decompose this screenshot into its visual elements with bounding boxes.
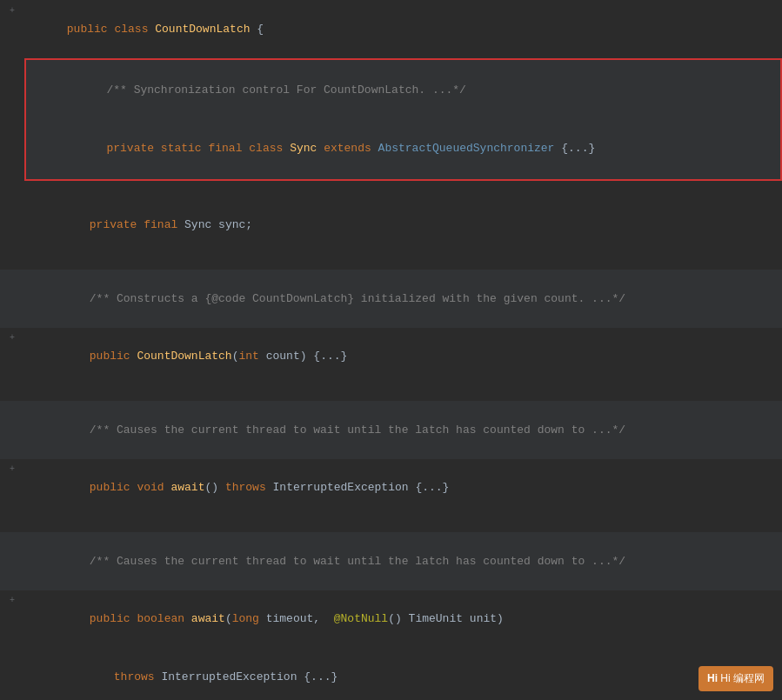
await2-sig-row: + public boolean await(long timeout, @No… (0, 590, 782, 649)
gutter-h2 (26, 119, 50, 177)
fold-icon-await2[interactable]: + (6, 595, 18, 607)
await1-comment-content: /** Causes the current thread to wait un… (24, 401, 782, 459)
await2-throws-content: throws InterruptedException {...} (24, 648, 782, 700)
gutter-field (0, 197, 24, 255)
code-container: + public class CountDownLatch { /** Sync… (0, 0, 782, 700)
await2-comment-row: /** Causes the current thread to wait un… (0, 532, 782, 590)
gutter-await1-c (0, 401, 24, 459)
gutter-await2-c (0, 532, 24, 590)
watermark: Hi Hi 编程网 (698, 666, 773, 691)
class-header-content: public class CountDownLatch { (24, 0, 782, 58)
constructor-sig-content: public CountDownLatch(int count) {...} (24, 328, 782, 386)
watermark-icon: Hi (707, 672, 718, 684)
spacing-3 (0, 385, 782, 401)
fold-icon-ctor[interactable]: + (6, 332, 18, 344)
spacing-4 (0, 517, 782, 532)
class-header-row: + public class CountDownLatch { (0, 0, 782, 58)
await1-sig-content: public void await() throws InterruptedEx… (24, 459, 782, 517)
await1-comment-row: /** Causes the current thread to wait un… (0, 401, 782, 459)
fold-icon-await1[interactable]: + (6, 463, 18, 476)
await2-sig-content: public boolean await(long timeout, @NotN… (24, 590, 782, 649)
spacing-1 (0, 181, 782, 197)
gutter-h1 (26, 62, 50, 120)
field-sync-content: private final Sync sync; (24, 197, 782, 255)
gutter-ctor: + (0, 328, 24, 386)
constructor-comment-content: /** Constructs a {@code CountDownLatch} … (24, 270, 782, 328)
gutter-await2: + (0, 590, 24, 649)
highlighted-sync-row: private static final class Sync extends … (26, 119, 780, 177)
gutter-await1: + (0, 459, 24, 517)
constructor-comment-row: /** Constructs a {@code CountDownLatch} … (0, 270, 782, 328)
highlighted-comment-row: /** Synchronization control For CountDow… (26, 62, 780, 120)
gutter-await2-t (0, 648, 24, 700)
highlighted-sync-content: private static final class Sync extends … (50, 119, 780, 177)
field-sync-row: private final Sync sync; (0, 197, 782, 255)
highlighted-comment-content: /** Synchronization control For CountDow… (50, 62, 780, 120)
await2-comment-content: /** Causes the current thread to wait un… (24, 532, 782, 590)
await2-throws-row: throws InterruptedException {...} (0, 648, 782, 700)
watermark-text: Hi 编程网 (720, 672, 765, 684)
gutter-ctor-c (0, 270, 24, 328)
constructor-sig-row: + public CountDownLatch(int count) {...} (0, 328, 782, 386)
await1-sig-row: + public void await() throws Interrupted… (0, 459, 782, 517)
gutter-class: + (0, 0, 24, 58)
fold-icon-class[interactable]: + (6, 4, 18, 17)
highlighted-sync-block: /** Synchronization control For CountDow… (24, 58, 782, 181)
spacing-2 (0, 254, 782, 270)
